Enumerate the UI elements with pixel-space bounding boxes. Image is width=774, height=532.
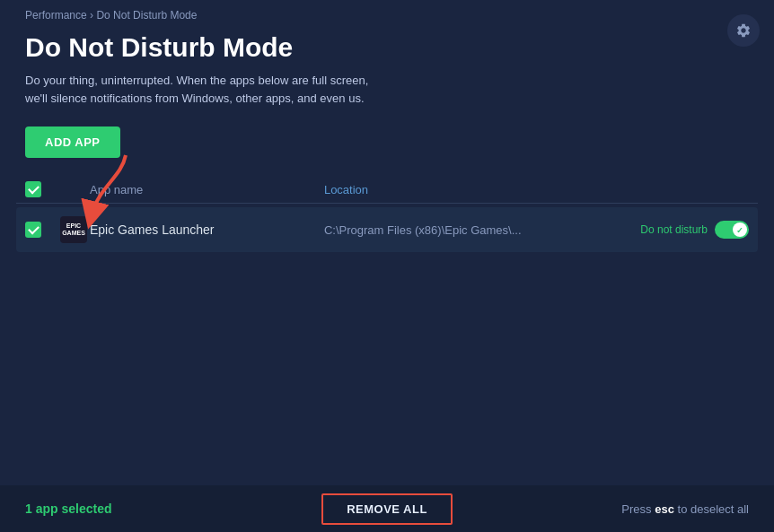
page-description: Do your thing, uninterrupted. When the a… bbox=[0, 72, 774, 126]
status-label: Do not disturb bbox=[640, 223, 708, 236]
header-app-name: App name bbox=[90, 183, 324, 196]
selected-count-text: 1 app selected bbox=[25, 501, 267, 516]
remove-all-button[interactable]: REMOVE ALL bbox=[321, 493, 453, 525]
select-all-checkbox[interactable] bbox=[25, 181, 41, 197]
breadcrumb: Performance › Do Not Disturb Mode bbox=[0, 0, 774, 27]
page-description-line2: we'll silence notifications from Windows… bbox=[25, 92, 365, 105]
app-icon-line2: GAMES bbox=[62, 230, 85, 237]
table-row: EPIC GAMES Epic Games Launcher C:\Progra… bbox=[16, 207, 758, 252]
toggle-knob: ✓ bbox=[733, 222, 747, 237]
esc-key: esc bbox=[655, 502, 674, 516]
app-location-cell: C:\Program Files (x86)\Epic Games\... bbox=[324, 223, 605, 237]
app-table: App name Location EPIC GAMES Epic Games … bbox=[0, 176, 774, 252]
app-status-cell: Do not disturb ✓ bbox=[605, 221, 749, 239]
esc-hint-suffix: to deselect all bbox=[674, 502, 749, 516]
bottom-center-actions: REMOVE ALL bbox=[267, 493, 508, 525]
header-checkbox-col bbox=[25, 181, 57, 197]
esc-hint-prefix: Press bbox=[621, 502, 655, 516]
breadcrumb-separator: › bbox=[87, 9, 97, 22]
table-header: App name Location bbox=[16, 176, 758, 204]
row-checkbox-col bbox=[25, 222, 57, 238]
gear-icon-button[interactable] bbox=[727, 14, 760, 47]
toggle-check-icon: ✓ bbox=[736, 226, 743, 233]
gear-icon bbox=[735, 22, 752, 39]
do-not-disturb-toggle[interactable]: ✓ bbox=[715, 221, 749, 239]
app-icon-line1: EPIC bbox=[66, 222, 81, 230]
esc-hint-text: Press esc to deselect all bbox=[621, 502, 749, 516]
page-title: Do Not Disturb Mode bbox=[0, 27, 774, 72]
add-app-button[interactable]: ADD APP bbox=[25, 126, 120, 158]
page-description-line1: Do your thing, uninterrupted. When the a… bbox=[25, 74, 368, 87]
row-icon-col: EPIC GAMES bbox=[57, 216, 90, 243]
app-name-cell: Epic Games Launcher bbox=[90, 222, 324, 237]
breadcrumb-parent: Performance bbox=[25, 9, 87, 22]
header-location: Location bbox=[324, 183, 605, 196]
bottom-bar: 1 app selected REMOVE ALL Press esc to d… bbox=[0, 485, 774, 532]
row-checkbox[interactable] bbox=[25, 222, 41, 238]
breadcrumb-current: Do Not Disturb Mode bbox=[96, 9, 197, 22]
bottom-right-hint: Press esc to deselect all bbox=[507, 502, 749, 516]
app-icon: EPIC GAMES bbox=[60, 216, 87, 243]
